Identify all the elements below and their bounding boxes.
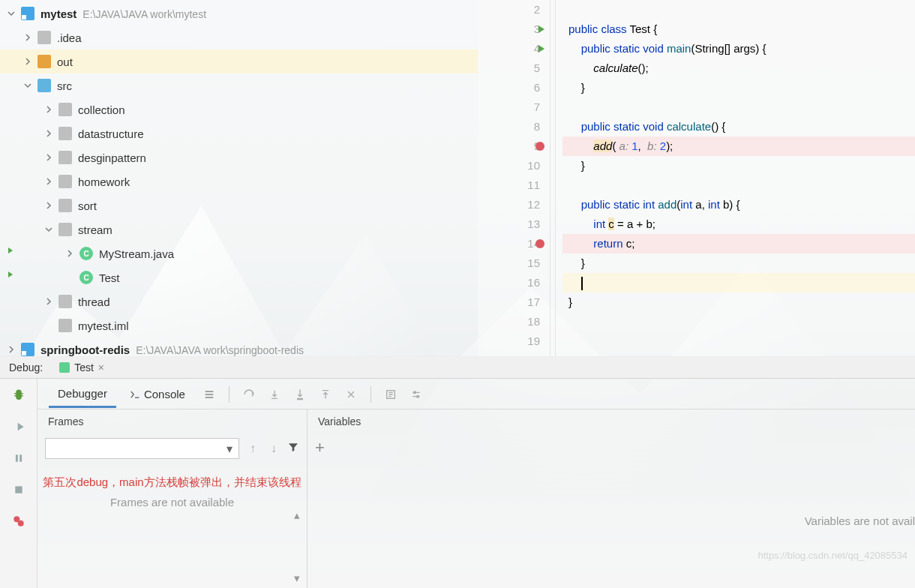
force-step-into-button[interactable]	[290, 384, 310, 405]
tree-row-mystream[interactable]: C MyStream.java	[0, 242, 478, 266]
tree-row-root[interactable]: mytestE:\JAVA\JAVA work\mytest	[0, 2, 478, 26]
tree-row-datastructure[interactable]: datastructure	[0, 122, 478, 146]
stop-button[interactable]	[10, 482, 27, 498]
chevron-right-icon[interactable]	[44, 104, 54, 115]
code-line: public static int add(int a, int b) {	[562, 195, 915, 214]
tree-row-out[interactable]: out	[0, 50, 478, 74]
step-out-button[interactable]	[315, 384, 336, 405]
package-icon	[58, 295, 72, 308]
chevron-down-icon[interactable]	[22, 80, 33, 91]
chevron-right-icon[interactable]	[64, 248, 75, 259]
svg-rect-1	[20, 454, 22, 461]
tree-row-thread[interactable]: thread	[0, 290, 478, 314]
run-gutter-icon[interactable]	[538, 26, 544, 33]
line-number: 11	[527, 176, 540, 195]
line-number: 13	[527, 214, 540, 234]
frames-pane: Frames ▾ ↑ ↓ 第五次debug，main方法栈帧被弹出，并结束该线程…	[38, 410, 308, 588]
chevron-right-icon[interactable]	[22, 56, 33, 67]
line-number: 8	[534, 117, 540, 136]
svg-point-7	[417, 395, 419, 398]
code-editor[interactable]: 2 3 4 5 6 7 8 9 10 11 12 13 14 15 16 17 …	[478, 0, 915, 356]
settings-button[interactable]	[406, 384, 427, 405]
gutter[interactable]: 2 3 4 5 6 7 8 9 10 11 12 13 14 15 16 17 …	[478, 0, 549, 356]
text-cursor	[581, 277, 583, 290]
line-number: 17	[527, 292, 540, 312]
threads-button[interactable]	[199, 384, 220, 405]
tree-label: datastructure	[78, 128, 144, 140]
add-watch-button[interactable]: +	[315, 438, 325, 458]
project-tree[interactable]: mytestE:\JAVA\JAVA work\mytest .idea out…	[0, 0, 478, 356]
chevron-right-icon[interactable]	[44, 128, 54, 139]
debug-tab-label: Test	[74, 362, 94, 374]
prev-frame-button[interactable]: ↑	[245, 442, 260, 455]
pause-button[interactable]	[10, 450, 27, 466]
run-config-icon	[59, 362, 70, 373]
code-area[interactable]: public class Test { public static void m…	[562, 0, 915, 356]
breakpoint-icon[interactable]	[536, 239, 544, 248]
tree-row-test[interactable]: C Test	[0, 266, 478, 290]
step-into-button[interactable]	[264, 384, 285, 405]
tab-debugger[interactable]: Debugger	[49, 381, 116, 408]
evaluate-button[interactable]	[380, 384, 401, 405]
tree-row-collection[interactable]: collection	[0, 98, 478, 122]
line-number: 16	[527, 273, 540, 292]
resume-button[interactable]	[10, 418, 27, 435]
run-gutter-icon[interactable]	[538, 45, 544, 52]
frames-title: Frames	[38, 410, 307, 434]
debug-tab[interactable]: Test ×	[52, 356, 112, 379]
code-line	[562, 176, 915, 195]
chevron-right-icon[interactable]	[6, 344, 16, 355]
code-line	[562, 332, 915, 351]
fold-column[interactable]	[549, 0, 562, 356]
chevron-right-icon[interactable]	[44, 296, 54, 307]
code-line: return c;	[562, 234, 915, 254]
chevron-down-icon[interactable]	[44, 224, 54, 235]
tree-row-stream[interactable]: stream	[0, 218, 478, 242]
tree-label: stream	[78, 224, 112, 236]
tree-label: collection	[78, 104, 125, 116]
tree-row-idea[interactable]: .idea	[0, 26, 478, 50]
line-number: 12	[527, 195, 540, 214]
scroll-up-button[interactable]: ▴	[290, 508, 304, 522]
vars-na-text: Variables are not avail	[805, 514, 915, 527]
rerun-debug-button[interactable]	[10, 387, 27, 404]
chevron-down-icon[interactable]	[6, 8, 16, 19]
debug-label: Debug:	[0, 362, 52, 374]
breakpoints-button[interactable]	[10, 513, 27, 530]
drop-frame-button[interactable]	[340, 384, 362, 405]
source-folder-icon	[38, 79, 51, 92]
tab-console[interactable]: Console	[121, 382, 194, 406]
code-line	[562, 98, 915, 117]
step-over-button[interactable]	[238, 384, 260, 405]
chevron-right-icon[interactable]	[44, 176, 54, 187]
chevron-right-icon[interactable]	[44, 152, 54, 163]
package-icon	[58, 199, 72, 212]
tree-label: mytestE:\JAVA\JAVA work\mytest	[40, 8, 206, 20]
tree-row-sort[interactable]: sort	[0, 194, 478, 218]
chevron-right-icon[interactable]	[44, 200, 54, 211]
scroll-down-button[interactable]: ▾	[290, 572, 304, 585]
tree-row-redis[interactable]: springboot-redisE:\JAVA\JAVA work\spring…	[0, 338, 478, 356]
code-line: }	[562, 156, 915, 176]
thread-selector[interactable]: ▾	[45, 438, 239, 459]
file-icon	[58, 319, 72, 332]
code-line: public class Test {	[562, 20, 915, 39]
chevron-right-icon[interactable]	[22, 32, 33, 43]
tree-row-iml[interactable]: mytest.iml	[0, 314, 478, 338]
tree-label: springboot-redisE:\JAVA\JAVA work\spring…	[40, 344, 304, 356]
package-icon	[58, 103, 72, 116]
close-icon[interactable]: ×	[98, 362, 104, 374]
next-frame-button[interactable]: ↓	[266, 442, 281, 455]
tree-row-homework[interactable]: homework	[0, 170, 478, 194]
tree-row-desginpattern[interactable]: desginpattern	[0, 146, 478, 170]
line-number: 18	[527, 312, 540, 332]
tree-label: desginpattern	[78, 152, 146, 164]
code-line	[562, 312, 915, 332]
tree-label: .idea	[57, 32, 82, 44]
breakpoint-icon[interactable]	[536, 142, 544, 151]
filter-icon[interactable]	[287, 441, 299, 456]
tree-row-src[interactable]: src	[0, 74, 478, 98]
caret-down-icon: ▾	[226, 442, 232, 456]
java-class-icon: C	[80, 271, 93, 284]
folder-icon	[38, 55, 51, 68]
